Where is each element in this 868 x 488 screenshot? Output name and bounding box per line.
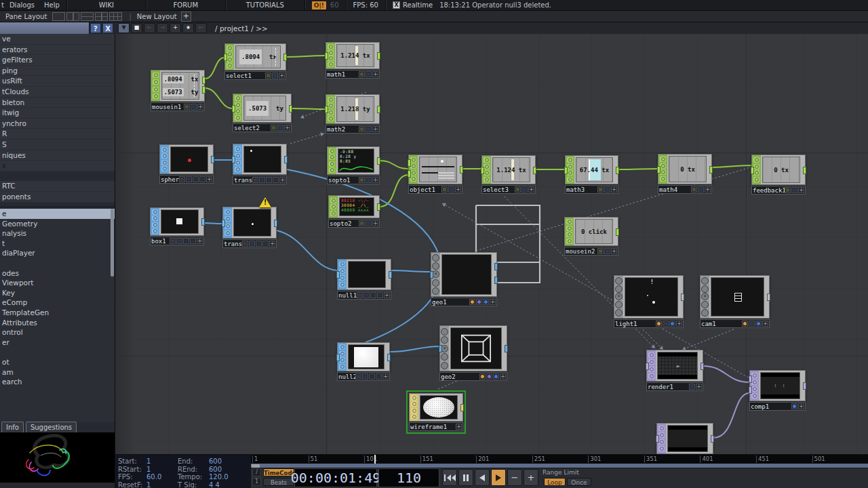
node-flag[interactable] — [355, 373, 361, 380]
field-value[interactable]: 4 4 — [209, 481, 220, 488]
palette-item[interactable]: TemplateGen — [0, 308, 115, 318]
node-name[interactable]: box1 — [151, 238, 166, 245]
palette-item[interactable]: ynchro — [0, 119, 115, 129]
node-sopto2[interactable]: 80210 ~\/~30904 _/\_40099 ʌʌʌʌsopto2+ — [328, 195, 380, 228]
output-connector[interactable] — [803, 382, 806, 390]
output-connector[interactable] — [377, 203, 380, 211]
node-name[interactable]: select1 — [226, 73, 252, 79]
output-connector[interactable] — [460, 404, 464, 411]
flag-icon[interactable] — [751, 373, 757, 378]
layout-preset-split-vertical-icon[interactable] — [66, 12, 79, 21]
node-flag[interactable] — [259, 177, 265, 183]
flag-icon[interactable] — [410, 163, 416, 169]
flag-icon[interactable] — [152, 216, 158, 221]
viewer-icon[interactable] — [615, 277, 623, 285]
palette-item[interactable]: RTC — [0, 181, 115, 192]
flag-icon[interactable] — [658, 426, 665, 431]
flag-icon[interactable] — [566, 239, 572, 244]
node-name[interactable]: null1 — [338, 292, 357, 299]
sidebar-tab-suggestions[interactable]: Suggestions — [26, 422, 77, 432]
flag-icon[interactable] — [484, 164, 490, 169]
flag-icon[interactable] — [224, 224, 231, 229]
once-button[interactable]: Once — [567, 478, 591, 486]
flag-icon[interactable] — [226, 63, 233, 68]
flag-icon[interactable] — [224, 209, 231, 215]
node-name[interactable]: sopto1 — [328, 177, 351, 184]
node-flag[interactable] — [265, 73, 271, 79]
node-flag[interactable] — [749, 321, 755, 327]
menu-forum[interactable]: FORUM — [153, 1, 218, 9]
flag-icon[interactable] — [658, 432, 665, 438]
node-name[interactable]: sphere1 — [161, 176, 179, 183]
palette-item[interactable]: ping — [0, 66, 115, 77]
node-flag[interactable] — [193, 176, 199, 182]
add-flag-button[interactable]: + — [611, 186, 617, 192]
edit-icon[interactable] — [615, 309, 623, 317]
input-connector[interactable] — [439, 345, 442, 352]
range-handle[interactable] — [252, 464, 260, 468]
time-mode-beats-button[interactable]: Beats — [263, 478, 294, 486]
field-value[interactable]: 120.0 — [209, 473, 229, 481]
flag-icon[interactable] — [235, 102, 241, 108]
node-flag[interactable] — [359, 126, 365, 132]
timeline-ruler[interactable]: 151101151201251301351401451501551 — [251, 455, 868, 464]
link-icon[interactable] — [432, 262, 439, 270]
node-name[interactable]: feedback1 — [753, 187, 785, 194]
node-name[interactable]: transform2 — [224, 241, 242, 247]
input-connector[interactable] — [564, 167, 568, 174]
flag-icon[interactable] — [235, 167, 241, 172]
output-connector[interactable] — [460, 166, 463, 174]
flag-icon[interactable] — [339, 282, 345, 287]
output-connector[interactable] — [494, 277, 498, 284]
node-flag[interactable] — [190, 238, 196, 244]
flag-icon[interactable] — [658, 446, 665, 451]
flag-icon[interactable] — [411, 408, 417, 413]
output-connector[interactable] — [494, 263, 498, 270]
palette-item[interactable]: e — [0, 209, 115, 219]
back-button[interactable]: ← — [144, 23, 155, 33]
add-flag-button[interactable]: + — [279, 73, 285, 79]
node-box1[interactable]: box1+ — [150, 207, 204, 245]
menu-tutorials[interactable]: TUTORIALS — [233, 1, 298, 9]
flag-icon[interactable] — [484, 177, 490, 182]
node-flag[interactable] — [272, 73, 278, 79]
add-flag-button[interactable]: + — [206, 176, 212, 182]
node-flag[interactable] — [691, 186, 697, 192]
node-flag[interactable] — [791, 403, 797, 409]
node-flag[interactable] — [469, 299, 475, 305]
arrow-icon[interactable] — [432, 279, 439, 287]
add-flag-button[interactable]: + — [500, 373, 506, 380]
palette-item[interactable]: t — [0, 239, 115, 249]
timeline-range-bar[interactable] — [251, 464, 868, 468]
flag-icon[interactable] — [753, 164, 760, 169]
field-value[interactable]: 600 — [209, 466, 222, 473]
flag-icon[interactable] — [329, 161, 335, 167]
menu-wiki[interactable]: WIKI — [74, 1, 139, 9]
node-select1[interactable]: .8094 txselect1+ — [224, 43, 286, 80]
node-flag[interactable] — [184, 104, 190, 110]
field-value[interactable]: 1 — [146, 458, 151, 465]
viewer-icon[interactable] — [701, 277, 709, 285]
menu-edge-item[interactable]: t — [1, 1, 4, 9]
node-mousein2[interactable]: 0 clickmousein2+ — [564, 217, 618, 256]
node-null1[interactable]: null1+ — [337, 259, 391, 300]
performance-monitor-badge[interactable]: O|! — [312, 1, 326, 9]
menu-help[interactable]: Help — [44, 1, 60, 9]
node-flag[interactable] — [357, 292, 363, 298]
arrow-icon[interactable] — [701, 301, 709, 308]
node-flag[interactable] — [441, 186, 448, 192]
new-layout-add-button[interactable]: + — [181, 12, 191, 22]
output-connector[interactable] — [201, 218, 205, 226]
flag-icon[interactable] — [152, 228, 158, 234]
node-flag[interactable] — [698, 186, 704, 192]
add-flag-button[interactable]: + — [611, 248, 617, 254]
palette-item[interactable]: s — [0, 161, 115, 171]
node-flag[interactable] — [479, 373, 486, 380]
link-icon[interactable] — [701, 285, 709, 293]
breadcrumb[interactable]: / project1 / >> — [215, 24, 268, 33]
node-flag[interactable] — [604, 248, 610, 254]
flag-icon[interactable] — [339, 275, 345, 281]
flag-icon[interactable] — [648, 373, 654, 379]
node-flag[interactable] — [370, 292, 376, 298]
node-comp1[interactable]: : :comp1+ — [749, 370, 806, 411]
